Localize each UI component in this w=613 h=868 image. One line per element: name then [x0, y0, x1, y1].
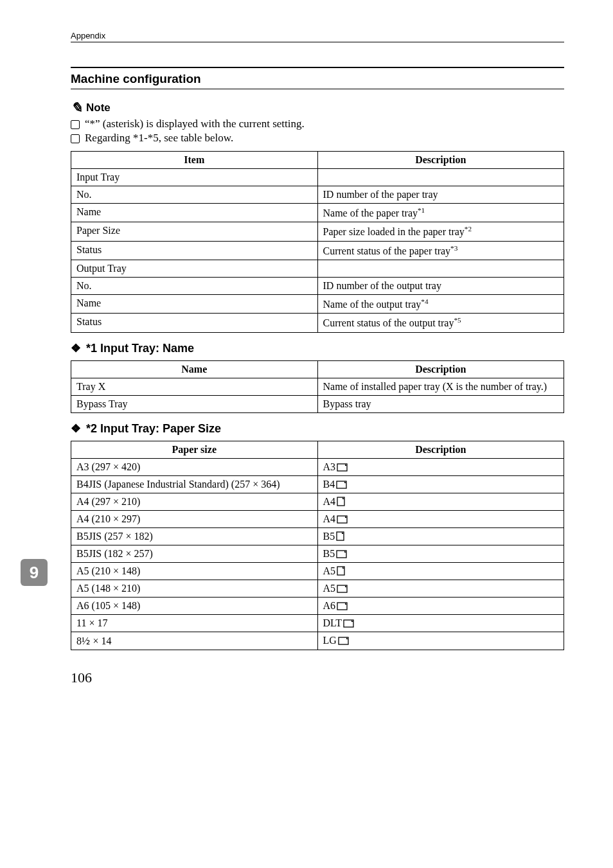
th-size: Paper size	[71, 441, 318, 458]
table-row: StatusCurrent status of the paper tray*3	[71, 241, 564, 260]
cell-size: A4 (297 × 210)	[71, 493, 318, 510]
chapter-tab: 9	[21, 559, 48, 586]
cell-desc: ID number of the paper tray	[317, 186, 564, 204]
note-item-text: “*” (asterisk) is displayed with the cur…	[85, 118, 305, 130]
cell-desc: Name of installed paper tray (X is the n…	[317, 378, 564, 395]
subhead-input-name: ❖ *1 Input Tray: Name	[71, 342, 564, 355]
cell-size: A5 (210 × 148)	[71, 562, 318, 580]
note-heading-text: Note	[86, 102, 111, 114]
cell-group-title: Output Tray	[71, 260, 318, 277]
cell-desc: Current status of the paper tray*3	[317, 241, 564, 260]
cell-item: No.	[71, 277, 318, 294]
cell-desc: Bypass tray	[317, 395, 564, 412]
table-row: Tray X Name of installed paper tray (X i…	[71, 378, 564, 395]
cell-name: Tray X	[71, 378, 318, 395]
note-item: Regarding *1-*5, see table below.	[71, 132, 564, 145]
th-desc: Description	[317, 360, 564, 378]
table-row: A4 (210 × 297)A4	[71, 510, 564, 527]
cell-code: A5	[317, 562, 564, 580]
table-row: NameName of the paper tray*1	[71, 204, 564, 222]
cell-size: A4 (210 × 297)	[71, 510, 318, 527]
cell-desc: ID number of the output tray	[317, 277, 564, 294]
th-desc: Description	[317, 441, 564, 458]
table-row: StatusCurrent status of the output tray*…	[71, 314, 564, 332]
table-row: No.ID number of the paper tray	[71, 186, 564, 204]
cell-size: A5 (148 × 210)	[71, 580, 318, 597]
cell-desc: Current status of the output tray*5	[317, 314, 564, 332]
subhead-text: *2 Input Tray: Paper Size	[86, 422, 221, 436]
input-name-table: Name Description Tray X Name of installe…	[71, 360, 564, 413]
paper-size-table: Paper size Description A3 (297 × 420)A3B…	[71, 441, 564, 650]
cell-item: Name	[71, 294, 318, 313]
cell-desc: Name of the paper tray*1	[317, 204, 564, 222]
cell-code: B4	[317, 475, 564, 493]
cell-group-title: Input Tray	[71, 169, 318, 186]
cell-size: A3 (297 × 420)	[71, 458, 318, 475]
cell-code: A4	[317, 510, 564, 527]
table-row: B4JIS (Japanese Industrial Standard) (25…	[71, 475, 564, 493]
table-row: A6 (105 × 148)A6	[71, 597, 564, 614]
th-name: Name	[71, 360, 318, 378]
cell-size: B5JIS (257 × 182)	[71, 527, 318, 545]
table-row: B5JIS (257 × 182)B5	[71, 527, 564, 545]
table-row: No.ID number of the output tray	[71, 277, 564, 294]
cell-code: A4	[317, 493, 564, 510]
cell-size: 11 × 17	[71, 614, 318, 632]
cell-code: B5	[317, 545, 564, 562]
table-row: Paper SizePaper size loaded in the paper…	[71, 222, 564, 241]
main-table: Item Description Input TrayNo.ID number …	[71, 151, 564, 333]
table-row: B5JIS (182 × 257)B5	[71, 545, 564, 562]
section-title: Machine configuration	[71, 67, 564, 89]
cell-item: No.	[71, 186, 318, 204]
table-row: Bypass Tray Bypass tray	[71, 395, 564, 412]
th-item: Item	[71, 152, 318, 169]
cell-empty	[317, 169, 564, 186]
note-item: “*” (asterisk) is displayed with the cur…	[71, 118, 564, 130]
appendix-header: Appendix	[71, 31, 564, 42]
table-row: Output Tray	[71, 260, 564, 277]
cell-code: A6	[317, 597, 564, 614]
diamond-icon: ❖	[71, 423, 81, 434]
cell-size: B5JIS (182 × 257)	[71, 545, 318, 562]
table-row: 8¹⁄₂ × 14LG	[71, 632, 564, 650]
cell-desc: Paper size loaded in the paper tray*2	[317, 222, 564, 241]
table-row: 11 × 17DLT	[71, 614, 564, 632]
pencil-icon: ✎	[71, 101, 82, 115]
cell-item: Status	[71, 241, 318, 260]
table-row: A3 (297 × 420)A3	[71, 458, 564, 475]
cell-name: Bypass Tray	[71, 395, 318, 412]
cell-size: A6 (105 × 148)	[71, 597, 318, 614]
cell-code: DLT	[317, 614, 564, 632]
cell-size: 8¹⁄₂ × 14	[71, 632, 318, 650]
th-desc: Description	[317, 152, 564, 169]
cell-code: A3	[317, 458, 564, 475]
checkbox-bullet-icon	[71, 134, 80, 143]
cell-code: LG	[317, 632, 564, 650]
subhead-paper-size: ❖ *2 Input Tray: Paper Size	[71, 422, 564, 436]
cell-desc: Name of the output tray*4	[317, 294, 564, 313]
subhead-text: *1 Input Tray: Name	[86, 342, 194, 355]
note-heading: ✎ Note	[71, 101, 564, 115]
page-number: 106	[71, 669, 564, 686]
cell-item: Name	[71, 204, 318, 222]
table-row: A5 (148 × 210)A5	[71, 580, 564, 597]
note-item-text: Regarding *1-*5, see table below.	[85, 132, 233, 145]
table-row: NameName of the output tray*4	[71, 294, 564, 313]
table-row: A5 (210 × 148)A5	[71, 562, 564, 580]
cell-size: B4JIS (Japanese Industrial Standard) (25…	[71, 475, 318, 493]
table-row: Input Tray	[71, 169, 564, 186]
cell-code: B5	[317, 527, 564, 545]
cell-item: Status	[71, 314, 318, 332]
table-row: A4 (297 × 210)A4	[71, 493, 564, 510]
checkbox-bullet-icon	[71, 120, 80, 129]
diamond-icon: ❖	[71, 342, 81, 354]
cell-item: Paper Size	[71, 222, 318, 241]
cell-empty	[317, 260, 564, 277]
cell-code: A5	[317, 580, 564, 597]
